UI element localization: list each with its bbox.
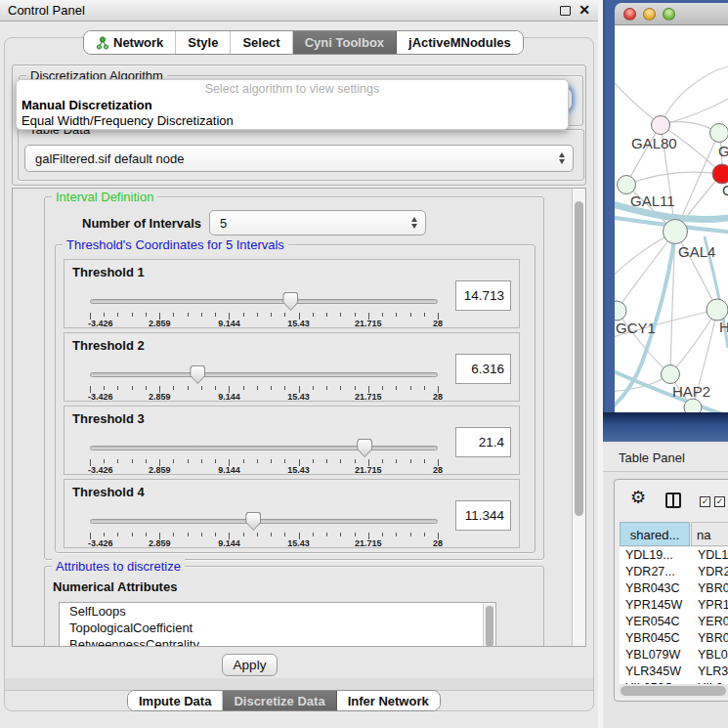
table-row[interactable]: YLR345WYLR3: [620, 664, 728, 680]
network-node-gal80[interactable]: [652, 116, 670, 135]
tick-label: 9.144: [218, 392, 240, 402]
column-header-shared-name[interactable]: shared...: [620, 522, 690, 546]
threshold-slider[interactable]: [90, 364, 438, 386]
numerical-attributes-list[interactable]: SelfLoopsTopologicalCoefficientBetweenne…: [59, 602, 496, 647]
cell-name: YDR2: [698, 564, 728, 580]
threshold-slider[interactable]: [90, 291, 438, 313]
tick-label: -3.426: [88, 538, 113, 548]
cell-shared-name: YBR043C: [625, 580, 680, 597]
table-horizontal-scrollbar[interactable]: [619, 684, 728, 697]
tab-select[interactable]: Select: [231, 31, 292, 54]
table-horizontal-scrollbar-thumb[interactable]: [621, 686, 726, 696]
panel-scrollbar[interactable]: [572, 189, 585, 646]
bottom-tab-discretize-data[interactable]: Discretize Data: [223, 691, 336, 710]
bottom-tab-bar: Impute DataDiscretize DataInfer Network: [127, 690, 441, 711]
table-row[interactable]: YDR27...YDR2: [620, 564, 728, 580]
network-node-h[interactable]: [707, 299, 728, 321]
network-edge[interactable]: [615, 76, 661, 125]
apply-button[interactable]: Apply: [222, 654, 278, 676]
network-node-g[interactable]: [710, 124, 728, 143]
minimize-traffic-light[interactable]: [643, 8, 656, 21]
slider-tick-labels: -3.4262.8599.14415.4321.71528: [90, 465, 438, 476]
checkbox-icon[interactable]: ✓: [714, 496, 725, 507]
threshold-value-field[interactable]: 6.316: [455, 354, 511, 384]
table-data-combobox[interactable]: galFiltered.sif default node: [24, 145, 574, 172]
float-window-icon[interactable]: [560, 6, 571, 16]
tick-label: 21.715: [355, 538, 382, 548]
list-item[interactable]: TopologicalCoefficient: [60, 620, 495, 636]
column-header-name[interactable]: na: [691, 522, 728, 546]
slider-track[interactable]: [90, 519, 438, 524]
tab-jactivemnodules[interactable]: jActiveMNodules: [397, 31, 523, 54]
network-canvas[interactable]: GAL80GCGAL11GAL4GCY1HHAP2: [615, 25, 728, 412]
threshold-value-field[interactable]: 11.344: [455, 500, 511, 531]
network-edge[interactable]: [661, 64, 728, 125]
network-edge[interactable]: [626, 172, 722, 185]
table-row[interactable]: YBR045CYBR0: [620, 630, 728, 647]
cell-shared-name: YPR145W: [625, 597, 682, 614]
slider-track[interactable]: [90, 446, 438, 450]
threshold-value-field[interactable]: 14.713: [455, 280, 511, 311]
network-node-gal11[interactable]: [618, 176, 636, 194]
list-scrollbar[interactable]: [483, 604, 494, 647]
node-label: HAP2: [672, 383, 710, 400]
network-node-gal4[interactable]: [664, 220, 688, 244]
screen: Control Panel ✕ NetworkStyleSelectCyni T…: [0, 0, 728, 728]
tick-label: -3.426: [88, 319, 113, 328]
split-columns-icon[interactable]: [665, 492, 681, 508]
threshold-coordinates-group: Threshold's Coordinates for 5 Intervals …: [55, 244, 535, 553]
bottom-tab-impute-data[interactable]: Impute Data: [128, 691, 223, 710]
slider-thumb[interactable]: [190, 365, 205, 384]
close-icon[interactable]: ✕: [578, 2, 590, 18]
slider-thumb[interactable]: [357, 439, 372, 457]
network-edge[interactable]: [617, 232, 675, 311]
table-row[interactable]: YBR043CYBR0: [620, 580, 728, 597]
slider-track[interactable]: [90, 299, 438, 304]
tab-network[interactable]: Network: [84, 31, 176, 54]
slider-thumb[interactable]: [282, 292, 298, 311]
panel-scrollbar-thumb[interactable]: [575, 201, 583, 516]
table-row[interactable]: YBL079WYBL0: [620, 647, 728, 664]
threshold-row-2: Threshold 2-3.4262.8599.14415.4321.71528…: [64, 332, 520, 402]
table-row[interactable]: YDL19...YDL1: [620, 547, 728, 564]
checkbox-icon[interactable]: ✓: [700, 496, 710, 507]
slider-tick-labels: -3.4262.8599.14415.4321.71528: [90, 392, 438, 403]
algorithm-option-equal-width-frequency-discretization[interactable]: Equal Width/Frequency Discretization: [21, 113, 234, 128]
tick-label: 2.859: [149, 392, 171, 402]
spinner-stepper-icon: [411, 217, 417, 229]
tab-style[interactable]: Style: [176, 31, 231, 54]
number-of-intervals-spinner[interactable]: 5: [209, 210, 426, 236]
numerical-attributes-label: Numerical Attributes: [53, 579, 177, 594]
node-attribute-table[interactable]: shared... na YDL19...YDL1YDR27...YDR2YBR…: [620, 522, 728, 684]
attributes-to-discretize-label: Attributes to discretize: [52, 559, 185, 574]
threshold-slider[interactable]: [90, 438, 438, 459]
network-node[interactable]: [684, 399, 702, 412]
cell-name: YBR0: [698, 630, 728, 647]
gear-icon[interactable]: ⚙: [630, 489, 646, 506]
node-label: GCY1: [616, 320, 656, 336]
network-node-c[interactable]: [712, 164, 728, 184]
algorithm-option-manual-discretization[interactable]: Manual Discretization: [21, 98, 152, 112]
slider-track[interactable]: [90, 372, 438, 377]
cell-name: YER0: [698, 614, 728, 630]
tab-cyni-toolbox[interactable]: Cyni Toolbox: [293, 31, 397, 54]
network-window-titlebar[interactable]: [615, 3, 728, 25]
slider-thumb[interactable]: [245, 512, 261, 531]
table-row[interactable]: YER054CYER0: [620, 614, 728, 630]
threshold-value-field[interactable]: 21.4: [455, 427, 511, 457]
bottom-tab-label: Impute Data: [139, 694, 211, 708]
network-node-hap2[interactable]: [662, 365, 680, 384]
list-scrollbar-thumb[interactable]: [486, 606, 493, 647]
network-window-bottom-border: [603, 412, 728, 442]
table-row[interactable]: YPR145WYPR1: [620, 597, 728, 614]
zoom-traffic-light[interactable]: [663, 8, 675, 21]
bottom-tab-infer-network[interactable]: Infer Network: [337, 691, 440, 710]
threshold-slider[interactable]: [90, 511, 438, 533]
close-traffic-light[interactable]: [623, 8, 636, 21]
cell-name: YLR3: [698, 664, 728, 680]
network-edge[interactable]: [661, 94, 728, 125]
number-of-intervals-label: Number of Intervals: [82, 216, 201, 231]
network-node-gcy1[interactable]: [615, 301, 626, 321]
list-item[interactable]: SelfLoops: [60, 603, 495, 620]
list-item[interactable]: BetweennessCentrality: [60, 636, 495, 647]
